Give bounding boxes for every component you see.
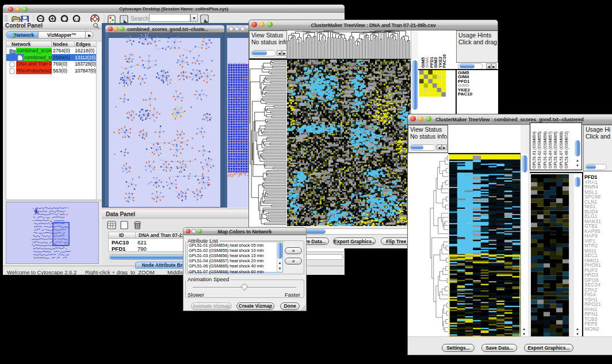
svg-text:1:1: 1:1	[74, 17, 79, 21]
